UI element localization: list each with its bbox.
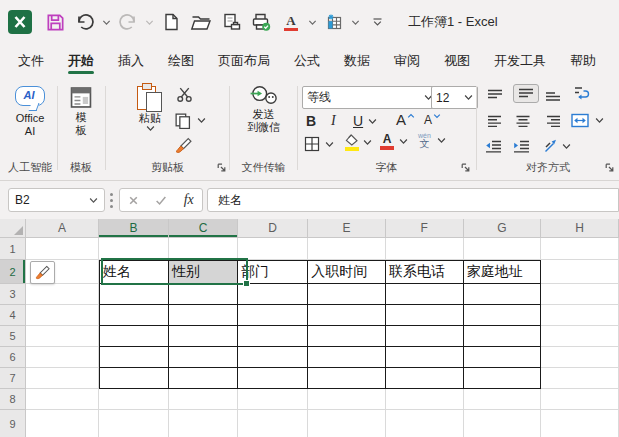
cell-E1[interactable]	[308, 238, 386, 260]
align-center-button[interactable]	[515, 115, 531, 128]
font-color-button[interactable]: A	[276, 7, 306, 37]
quick-print-button[interactable]	[246, 7, 276, 37]
name-box[interactable]: B2	[8, 188, 105, 212]
formula-input[interactable]: 姓名	[207, 188, 619, 212]
cell-B4[interactable]	[99, 305, 169, 326]
save-button[interactable]	[40, 7, 70, 37]
cell-C9[interactable]	[169, 410, 238, 437]
row-header-9[interactable]: 9	[0, 410, 26, 437]
row-header-6[interactable]: 6	[0, 347, 26, 368]
cell-E7[interactable]	[308, 368, 386, 389]
row-header-4[interactable]: 4	[0, 305, 26, 326]
tab-page-layout[interactable]: 页面布局	[206, 44, 282, 78]
cell-D5[interactable]	[238, 326, 308, 347]
enter-check-icon[interactable]	[155, 195, 167, 206]
bold-button[interactable]: B	[306, 113, 316, 129]
cell-B6[interactable]	[99, 347, 169, 368]
cell-B8[interactable]	[99, 389, 169, 410]
cell-E5[interactable]	[308, 326, 386, 347]
cut-button[interactable]	[176, 86, 193, 103]
grow-font-button[interactable]: A	[396, 111, 415, 128]
wrap-text-button[interactable]	[573, 84, 591, 101]
bottom-align-button[interactable]	[545, 89, 561, 102]
cell-A5[interactable]	[26, 326, 99, 347]
cell-A6[interactable]	[26, 347, 99, 368]
alignment-dialog-launcher[interactable]	[604, 162, 615, 173]
cell-G7[interactable]	[464, 368, 542, 389]
undo-dropdown[interactable]	[100, 7, 113, 37]
format-painter-indicator[interactable]	[30, 261, 55, 284]
cell-H8[interactable]	[541, 389, 619, 410]
cell-F4[interactable]	[386, 305, 464, 326]
select-all-corner[interactable]	[0, 219, 26, 238]
row-header-2[interactable]: 2	[0, 260, 26, 284]
borders-button[interactable]	[304, 136, 334, 152]
cell-H2[interactable]	[541, 260, 619, 284]
tab-developer[interactable]: 开发工具	[482, 44, 558, 78]
row-header-5[interactable]: 5	[0, 326, 26, 347]
decrease-indent-button[interactable]	[485, 140, 502, 153]
table-format-button[interactable]	[319, 7, 349, 37]
column-header-F[interactable]: F	[386, 219, 464, 238]
cell-G6[interactable]	[464, 347, 542, 368]
phonetic-guide-button[interactable]: wén 文	[418, 132, 446, 149]
format-painter-button[interactable]	[175, 137, 192, 154]
font-name-combo[interactable]: 等线	[302, 86, 438, 109]
cell-G8[interactable]	[464, 389, 542, 410]
shrink-font-button[interactable]: A	[424, 113, 441, 127]
cell-F7[interactable]	[386, 368, 464, 389]
table-format-dropdown[interactable]	[349, 7, 362, 37]
font-size-combo[interactable]: 12	[431, 86, 478, 109]
open-file-button[interactable]	[186, 7, 216, 37]
cell-C5[interactable]	[169, 326, 238, 347]
cell-C6[interactable]	[169, 347, 238, 368]
cell-C4[interactable]	[169, 305, 238, 326]
send-to-wechat-button[interactable]: 发送 到微信	[230, 84, 297, 134]
cell-G4[interactable]	[464, 305, 542, 326]
new-file-button[interactable]	[156, 7, 186, 37]
column-header-B[interactable]: B	[99, 219, 169, 238]
insert-function-button[interactable]: fx	[184, 192, 194, 208]
undo-button[interactable]	[70, 7, 100, 37]
tab-data[interactable]: 数据	[332, 44, 382, 78]
cell-D1[interactable]	[238, 238, 308, 260]
row-header-7[interactable]: 7	[0, 368, 26, 389]
cell-C1[interactable]	[169, 238, 238, 260]
italic-button[interactable]: I	[331, 113, 336, 129]
cell-F1[interactable]	[386, 238, 464, 260]
cell-F6[interactable]	[386, 347, 464, 368]
cell-E4[interactable]	[308, 305, 386, 326]
cell-C3[interactable]	[169, 284, 238, 305]
top-align-button[interactable]	[487, 89, 503, 102]
cell-H6[interactable]	[541, 347, 619, 368]
cell-D3[interactable]	[238, 284, 308, 305]
cell-D4[interactable]	[238, 305, 308, 326]
cell-B5[interactable]	[99, 326, 169, 347]
tab-file[interactable]: 文件	[6, 44, 56, 78]
cell-D6[interactable]	[238, 347, 308, 368]
cell-F3[interactable]	[386, 284, 464, 305]
cell-B9[interactable]	[99, 410, 169, 437]
cell-H7[interactable]	[541, 368, 619, 389]
cell-G1[interactable]	[464, 238, 542, 260]
cell-A9[interactable]	[26, 410, 99, 437]
column-header-C[interactable]: C	[169, 219, 238, 238]
cell-E3[interactable]	[308, 284, 386, 305]
tab-review[interactable]: 审阅	[382, 44, 432, 78]
row-header-8[interactable]: 8	[0, 389, 26, 410]
column-header-G[interactable]: G	[464, 219, 542, 238]
customize-qat-button[interactable]	[362, 7, 392, 37]
cancel-icon[interactable]	[128, 195, 139, 206]
cell-G2[interactable]: 家庭地址	[464, 260, 542, 284]
orientation-button[interactable]	[543, 138, 571, 154]
cell-A7[interactable]	[26, 368, 99, 389]
cell-H9[interactable]	[541, 410, 619, 437]
cell-B3[interactable]	[99, 284, 169, 305]
increase-indent-button[interactable]	[513, 140, 530, 153]
cell-E9[interactable]	[308, 410, 386, 437]
fill-color-button[interactable]	[344, 134, 372, 151]
cell-E6[interactable]	[308, 347, 386, 368]
clipboard-dialog-launcher[interactable]	[216, 162, 227, 173]
tab-insert[interactable]: 插入	[106, 44, 156, 78]
cell-H5[interactable]	[541, 326, 619, 347]
